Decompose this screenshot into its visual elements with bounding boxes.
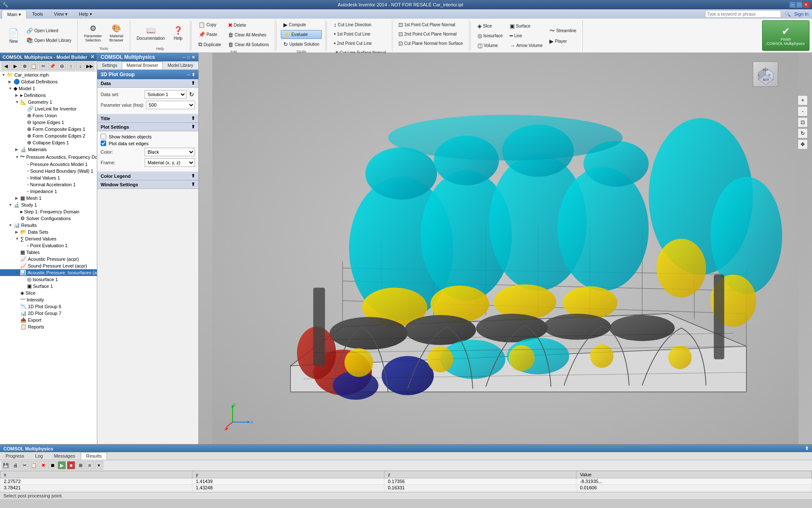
documentation-button[interactable]: 📖 Documentation bbox=[134, 24, 168, 42]
dataset-refresh-icon[interactable]: ↻ bbox=[188, 91, 195, 98]
tree-item[interactable]: 📈Sound Pressure Level (acpr) bbox=[0, 262, 97, 269]
search-input[interactable] bbox=[705, 10, 781, 18]
tree-item[interactable]: ▶▸Definitions bbox=[0, 92, 97, 99]
tree-item[interactable]: ▼◆Model 1 bbox=[0, 85, 97, 92]
tab-progress[interactable]: Progress bbox=[0, 452, 30, 460]
clear-all-solutions-button[interactable]: 🗑 Clear All Solutions bbox=[225, 40, 272, 49]
toolbar-btn-9[interactable]: ↓ bbox=[76, 62, 85, 70]
2nd-point-cut-plane-normal-button[interactable]: ⊡ 2nd Point Cut Plane Normal bbox=[396, 30, 459, 39]
tree-item[interactable]: 📋Reports bbox=[0, 323, 97, 330]
tree-item[interactable]: ⚙Solver Configurations bbox=[0, 215, 97, 222]
expand-icon[interactable]: ▶ bbox=[15, 147, 19, 152]
tree-item[interactable]: ▼📁Car_interior.mph bbox=[0, 72, 97, 78]
tree-item[interactable]: 📈Acoustic Pressure (acpr) bbox=[0, 256, 97, 262]
plot-group-minimize-icon[interactable]: ─ bbox=[187, 72, 190, 77]
expand-icon[interactable]: ▶ bbox=[15, 196, 19, 200]
tab-log[interactable]: Log bbox=[30, 452, 48, 460]
tree-item[interactable]: ▼〜Pressure Acoustics, Frequency Domain bbox=[0, 153, 97, 161]
tree-item[interactable]: ▸Step 1: Frequency Domain bbox=[0, 208, 97, 215]
ribbon-tab-main[interactable]: Main ▾ bbox=[2, 10, 27, 19]
toolbar-grid-icon[interactable]: ⊞ bbox=[76, 461, 85, 469]
ribbon-tab-view[interactable]: View ▾ bbox=[49, 9, 74, 19]
tree-item[interactable]: ▣Surface 1 bbox=[0, 283, 97, 290]
tree-item[interactable]: ◦Point Evaluation 1 bbox=[0, 242, 97, 249]
model-builder-close-icon[interactable]: ✕ bbox=[91, 54, 94, 60]
toolbar-btn-10[interactable]: ▶▶ bbox=[85, 62, 94, 70]
expand-icon[interactable]: ▼ bbox=[15, 100, 19, 104]
tree-item[interactable]: ⊕Form Composite Edges 1 bbox=[0, 126, 97, 133]
expand-icon[interactable]: ▼ bbox=[15, 237, 19, 241]
tree-item[interactable]: 〰Intensity bbox=[0, 296, 97, 303]
toolbar-btn-8[interactable]: ↑ bbox=[67, 62, 75, 70]
update-solution-button[interactable]: ↻ Update Solution bbox=[281, 40, 322, 49]
toolbar-green-icon[interactable]: ▶ bbox=[58, 461, 66, 469]
compute-button[interactable]: ▶ Compute bbox=[281, 20, 322, 29]
ribbon-tab-help[interactable]: Help ▾ bbox=[73, 9, 98, 19]
tab-settings[interactable]: Settings bbox=[97, 61, 122, 69]
isosurface-button[interactable]: ◎ Isosurface bbox=[475, 31, 505, 40]
panel-minimize-icon[interactable]: ─ bbox=[183, 55, 186, 60]
expand-icon[interactable]: ▶ bbox=[15, 230, 19, 234]
tab-messages[interactable]: Messages bbox=[48, 452, 80, 460]
tree-item[interactable]: ◦Sound Hard Boundary (Wall) 1 bbox=[0, 168, 97, 174]
tree-item[interactable]: ◦Pressure Acoustics Model 1 bbox=[0, 161, 97, 168]
tree-item[interactable]: ▶▦Mesh 1 bbox=[0, 195, 97, 202]
expand-icon[interactable]: ▶ bbox=[8, 80, 13, 84]
maximize-button[interactable]: □ bbox=[796, 1, 803, 8]
clear-all-meshes-button[interactable]: 🗑 Clear All Meshes bbox=[225, 30, 272, 39]
expand-icon[interactable]: ▼ bbox=[15, 155, 19, 159]
toolbar-btn-3[interactable]: ⊕ bbox=[20, 62, 29, 70]
tree-item[interactable]: ⊕Collapse Edges 1 bbox=[0, 139, 97, 146]
tree-item[interactable]: 📉1D Plot Group 6 bbox=[0, 303, 97, 310]
toolbar-print-icon[interactable]: 🖨 bbox=[11, 461, 19, 469]
tree-item[interactable]: ▶🔬Materials bbox=[0, 146, 97, 153]
tree-item[interactable]: ⊖Ignore Edges 1 bbox=[0, 119, 97, 126]
title-section-header[interactable]: Title ⬆ bbox=[97, 114, 198, 123]
volume-button[interactable]: ◫ Volume bbox=[475, 41, 505, 50]
expand-icon[interactable]: ▼ bbox=[2, 73, 6, 77]
ribbon-tab-tools[interactable]: Tools bbox=[27, 9, 49, 19]
cut-plane-normal-from-surface-button[interactable]: ⊡ Cut Plane Normal from Surface bbox=[396, 39, 466, 48]
tree-item[interactable]: ◦Impedance 1 bbox=[0, 188, 97, 195]
toolbar-expand-icon[interactable]: ▾ bbox=[95, 461, 103, 469]
player-button[interactable]: ▶ Player bbox=[547, 37, 579, 46]
pan-button[interactable]: ✥ bbox=[798, 139, 808, 149]
slice-button[interactable]: ◈ Slice bbox=[475, 22, 505, 30]
tree-item[interactable]: ▼📐Geometry 1 bbox=[0, 99, 97, 105]
dataset-select[interactable]: Solution 1 bbox=[145, 90, 187, 99]
plot-group-arrow-icon[interactable]: ⬆ bbox=[192, 72, 195, 77]
1st-point-cut-plane-normal-button[interactable]: ⊡ 1st Point Cut Plane Normal bbox=[396, 20, 458, 29]
tab-results[interactable]: Results bbox=[81, 452, 107, 460]
tree-item[interactable]: ◦Initial Values 1 bbox=[0, 174, 97, 181]
tree-item[interactable]: ◎Isosurface 1 bbox=[0, 276, 97, 283]
zoom-out-button[interactable]: - bbox=[798, 106, 808, 116]
expand-icon[interactable]: ▼ bbox=[8, 86, 13, 91]
toolbar-btn-5[interactable]: ✂ bbox=[39, 62, 47, 70]
cut-line-direction-button[interactable]: ↕ Cut Line Direction bbox=[331, 20, 374, 29]
toolbar-list-icon[interactable]: ≡ bbox=[85, 461, 94, 469]
tree-item[interactable]: ◦Normal Acceleration 1 bbox=[0, 181, 97, 188]
tree-item[interactable]: 📤Export bbox=[0, 317, 97, 323]
delete-button[interactable]: ✖ Delete bbox=[225, 21, 272, 30]
toolbar-btn-7[interactable]: ⊖ bbox=[58, 62, 66, 70]
rotate-button[interactable]: ↻ bbox=[798, 128, 808, 138]
toolbar-stop-icon[interactable]: ⏹ bbox=[48, 461, 57, 469]
help-button[interactable]: ❓ Help bbox=[170, 24, 187, 42]
tree-item[interactable]: 📊2D Plot Group 7 bbox=[0, 310, 97, 317]
copy-button[interactable]: 📋 Copy bbox=[196, 20, 224, 29]
toolbar-save-icon[interactable]: 💾 bbox=[2, 461, 10, 469]
duplicate-button[interactable]: ⧉ Duplicate bbox=[196, 40, 224, 49]
tree-item[interactable]: ◈Slice bbox=[0, 290, 97, 296]
tree-item[interactable]: ▼🔬Study 1 bbox=[0, 202, 97, 208]
tree-item[interactable]: ▼📊Results bbox=[0, 222, 97, 229]
toolbar-cut-icon[interactable]: ✂ bbox=[20, 461, 29, 469]
color-select[interactable]: Black White Red bbox=[145, 148, 195, 156]
toolbar-delete-icon[interactable]: ✖ bbox=[39, 461, 47, 469]
open-model-library-button[interactable]: 📚 Open Model Library bbox=[24, 36, 74, 45]
expand-icon[interactable]: ▼ bbox=[8, 223, 13, 227]
finish-comsol-button[interactable]: ✔ FinishCOMSOL Multiphysics bbox=[762, 20, 809, 51]
tree-item[interactable]: 🔗LiveLink for Inventor bbox=[0, 105, 97, 112]
tree-item[interactable]: ▼📊Acoustic Pressure, Isosurfaces (acpr) bbox=[0, 269, 97, 276]
expand-icon[interactable]: ▼ bbox=[8, 203, 13, 207]
window-settings-header[interactable]: Window Settings ⬆ bbox=[97, 180, 198, 189]
